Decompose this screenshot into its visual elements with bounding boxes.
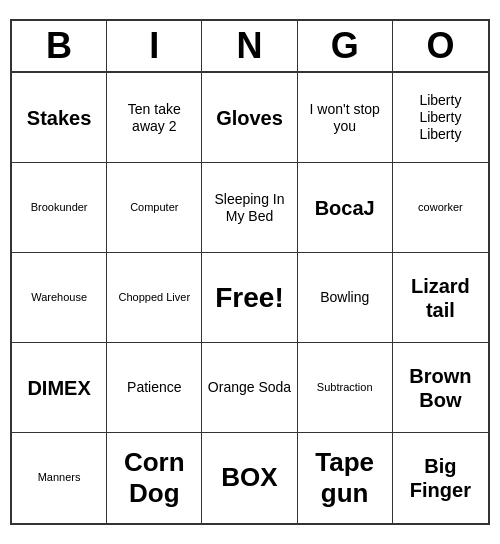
bingo-cell-23: Tape gun bbox=[298, 433, 393, 523]
bingo-cell-14: Lizard tail bbox=[393, 253, 488, 343]
bingo-cell-17: Orange Soda bbox=[202, 343, 297, 433]
bingo-cell-24: Big Finger bbox=[393, 433, 488, 523]
bingo-cell-7: Sleeping In My Bed bbox=[202, 163, 297, 253]
bingo-cell-0: Stakes bbox=[12, 73, 107, 163]
bingo-cell-11: Chopped Liver bbox=[107, 253, 202, 343]
bingo-cell-8: BocaJ bbox=[298, 163, 393, 253]
bingo-header: BINGO bbox=[12, 21, 488, 73]
bingo-cell-3: I won't stop you bbox=[298, 73, 393, 163]
bingo-cell-12: Free! bbox=[202, 253, 297, 343]
bingo-cell-1: Ten take away 2 bbox=[107, 73, 202, 163]
bingo-grid: StakesTen take away 2GlovesI won't stop … bbox=[12, 73, 488, 523]
bingo-cell-2: Gloves bbox=[202, 73, 297, 163]
bingo-cell-13: Bowling bbox=[298, 253, 393, 343]
bingo-cell-10: Warehouse bbox=[12, 253, 107, 343]
bingo-cell-16: Patience bbox=[107, 343, 202, 433]
bingo-card: BINGO StakesTen take away 2GlovesI won't… bbox=[10, 19, 490, 525]
bingo-cell-21: Corn Dog bbox=[107, 433, 202, 523]
bingo-cell-18: Subtraction bbox=[298, 343, 393, 433]
bingo-cell-19: Brown Bow bbox=[393, 343, 488, 433]
header-letter: O bbox=[393, 21, 488, 71]
bingo-cell-20: Manners bbox=[12, 433, 107, 523]
header-letter: I bbox=[107, 21, 202, 71]
header-letter: G bbox=[298, 21, 393, 71]
header-letter: N bbox=[202, 21, 297, 71]
bingo-cell-15: DIMEX bbox=[12, 343, 107, 433]
bingo-cell-22: BOX bbox=[202, 433, 297, 523]
header-letter: B bbox=[12, 21, 107, 71]
bingo-cell-4: Liberty Liberty Liberty bbox=[393, 73, 488, 163]
bingo-cell-6: Computer bbox=[107, 163, 202, 253]
bingo-cell-5: Brookunder bbox=[12, 163, 107, 253]
bingo-cell-9: coworker bbox=[393, 163, 488, 253]
